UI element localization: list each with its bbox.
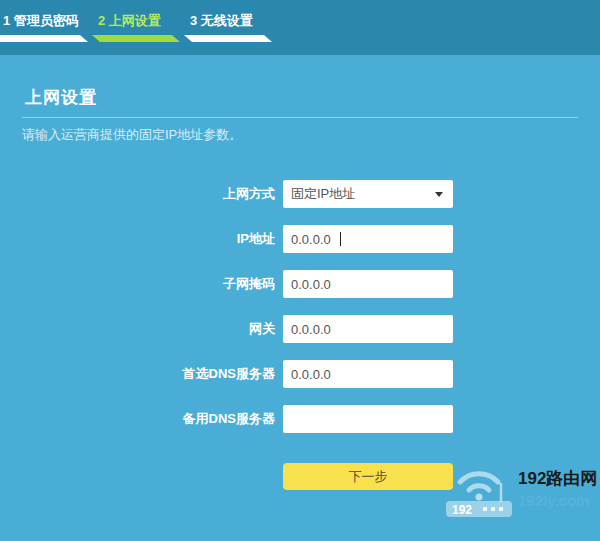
svg-text:192: 192 [452, 503, 472, 517]
subnet-mask-label: 子网掩码 [0, 275, 275, 293]
step-label: 3 无线设置 [190, 12, 272, 30]
step-progress-bar [92, 35, 180, 42]
step-label: 2 上网设置 [98, 12, 180, 30]
step-admin-password[interactable]: 1 管理员密码 [0, 12, 88, 42]
secondary-dns-input[interactable] [283, 405, 453, 433]
page-subtitle: 请输入运营商提供的固定IP地址参数。 [22, 126, 242, 144]
step-progress-bar [0, 35, 88, 42]
watermark-site-name: 192路由网 [518, 470, 597, 487]
step-internet-settings[interactable]: 2 上网设置 [92, 12, 180, 42]
gateway-label: 网关 [0, 320, 275, 338]
connection-type-label: 上网方式 [0, 185, 275, 203]
step-label: 1 管理员密码 [3, 12, 88, 30]
subnet-mask-input[interactable] [283, 270, 453, 298]
form-row-gateway: 网关 [0, 315, 600, 343]
step-list: 1 管理员密码 2 上网设置 3 无线设置 [0, 0, 600, 42]
form-row-ip-address: IP地址 [0, 225, 600, 253]
title-divider [22, 117, 578, 118]
form-row-primary-dns: 首选DNS服务器 [0, 360, 600, 388]
page-title: 上网设置 [25, 86, 97, 109]
wifi-router-icon: 192 [444, 456, 516, 520]
primary-dns-label: 首选DNS服务器 [0, 365, 275, 383]
ip-address-input[interactable] [283, 225, 453, 253]
primary-dns-input[interactable] [283, 360, 453, 388]
step-wireless-settings[interactable]: 3 无线设置 [184, 12, 272, 42]
ip-address-label: IP地址 [0, 230, 275, 248]
wizard-step-header: 1 管理员密码 2 上网设置 3 无线设置 [0, 0, 600, 55]
text-caret [340, 232, 341, 246]
watermark-site-url: 192ly.com [518, 493, 597, 508]
site-watermark: 192 192路由网 192ly.com [444, 456, 594, 520]
static-ip-form: 上网方式 固定IP地址 IP地址 子网掩码 网关 首选DNS服务器 备用DNS服… [0, 180, 600, 450]
connection-type-value: 固定IP地址 [291, 186, 355, 201]
gateway-input[interactable] [283, 315, 453, 343]
connection-type-select[interactable]: 固定IP地址 [283, 180, 453, 208]
chevron-down-icon [435, 192, 443, 197]
form-row-connection-type: 上网方式 固定IP地址 [0, 180, 600, 208]
form-row-subnet-mask: 子网掩码 [0, 270, 600, 298]
watermark-text: 192路由网 192ly.com [518, 470, 597, 508]
next-step-button[interactable]: 下一步 [283, 463, 453, 490]
step-progress-bar [184, 35, 272, 42]
secondary-dns-label: 备用DNS服务器 [0, 410, 275, 428]
form-row-secondary-dns: 备用DNS服务器 [0, 405, 600, 433]
